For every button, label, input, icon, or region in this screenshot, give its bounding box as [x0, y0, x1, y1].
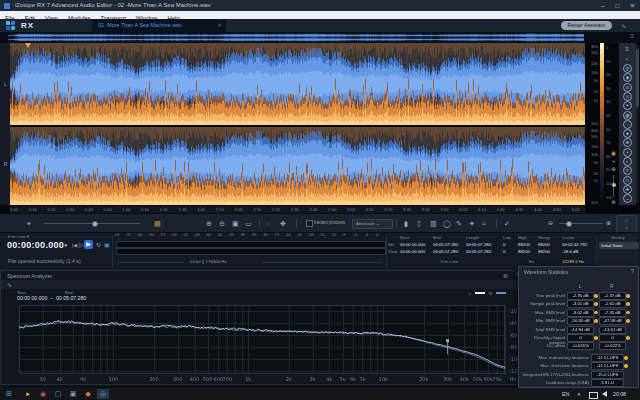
tray-expand-icon[interactable]: ∧	[577, 391, 581, 397]
module-icon[interactable]: ♪	[623, 120, 632, 129]
waveform-spectrogram-canvas[interactable]	[10, 43, 585, 205]
taskbar-app-icon[interactable]: ◎	[97, 389, 109, 399]
stats-row-label: Sample peak level	[519, 301, 565, 306]
repair-assistant-icon[interactable]: ∿	[621, 22, 626, 29]
taskbar-app-icon[interactable]: ◉	[37, 389, 49, 399]
vertical-scrollbar[interactable]	[636, 45, 639, 203]
warning-icon	[594, 302, 598, 306]
lasso-tool-icon[interactable]: ◯	[443, 219, 451, 228]
history-item[interactable]: Initial State	[599, 242, 639, 249]
close-button[interactable]: ✕	[625, 0, 640, 11]
monitor-headphones-icon[interactable]: ∩	[56, 241, 60, 249]
time-selection-tool-icon[interactable]: ▮	[404, 219, 408, 228]
overview-waveform-canvas[interactable]	[8, 33, 584, 42]
spectrogram-settings-icon[interactable]: ✦	[26, 219, 32, 228]
instant-process-checkbox[interactable]	[306, 220, 313, 227]
channel-label-left: L	[2, 81, 9, 87]
previous-button[interactable]: |◀	[72, 241, 77, 249]
playhead-marker[interactable]	[25, 43, 31, 48]
module-icon[interactable]: ◉	[623, 73, 632, 82]
play-selection-button[interactable]: ▷	[79, 241, 84, 249]
zoom-out-icon[interactable]: ⊖	[219, 219, 225, 228]
frequency-tick: 20k	[591, 144, 598, 149]
overview-menu-icon[interactable]: ≡	[630, 33, 634, 39]
frequency-selection-tool-icon[interactable]: ▥	[430, 219, 437, 228]
output-monitor-icon[interactable]: ▣	[104, 241, 110, 249]
hand-tool-icon[interactable]: ✥	[280, 219, 286, 228]
zoom-selection-icon[interactable]: ▣	[232, 219, 239, 228]
confirm-selection-icon[interactable]: ✓	[504, 219, 510, 228]
scrollbar-thumb[interactable]	[636, 49, 639, 107]
speaker-tray-icon[interactable]	[602, 391, 607, 397]
waveform-layers-icon[interactable]: ▤	[154, 219, 161, 228]
zoom-in-icon[interactable]: ⊕	[206, 219, 212, 228]
module-icon[interactable]: ▦	[623, 111, 632, 120]
horizontal-zoom-knob[interactable]	[566, 221, 572, 227]
brush-tool-icon[interactable]: ✎	[456, 219, 462, 228]
file-tab[interactable]: 02 -More Than A Sea Machine.wav ✕	[92, 19, 226, 33]
time-ruler-tick: 1:40	[197, 207, 205, 212]
selection-cell: 88200	[518, 242, 537, 247]
language-indicator[interactable]: EN	[562, 391, 569, 397]
taskbar-app-icon[interactable]: ▣	[67, 389, 79, 399]
tab-close-icon[interactable]: ✕	[217, 22, 222, 28]
magnify-tool-icon[interactable]: ◌	[266, 219, 270, 228]
zoom-reset-icon[interactable]: ⊗	[609, 199, 618, 205]
monitor-ear-icon[interactable]: ∩	[617, 216, 636, 224]
panel-collapse-control[interactable]: ∩ ‹	[616, 215, 637, 233]
module-icon[interactable]: ◒	[623, 194, 632, 203]
blend-slider-knob[interactable]	[92, 221, 98, 227]
stats-value-right: +0.022%	[599, 342, 626, 350]
meter-tick: -27	[274, 233, 280, 237]
repair-assistant-button[interactable]: Repair Assistant	[561, 21, 612, 30]
record-button[interactable]: ●	[64, 241, 68, 249]
maximize-button[interactable]: □	[610, 0, 625, 11]
time-format-selector[interactable]: h:m:s.ms ▾	[8, 234, 29, 239]
minimize-button[interactable]: –	[595, 0, 610, 11]
collapse-chevron-icon[interactable]: ‹	[617, 224, 636, 231]
spectrum-analyzer-window: Spectrum Analyzer ⊛ ? ⇲ ∿ Start End 00:0…	[0, 270, 540, 385]
zoom-fit-icon[interactable]: ▭	[245, 219, 252, 228]
module-icon[interactable]: ✦	[623, 101, 632, 110]
display-tray-icon[interactable]	[589, 392, 598, 399]
horizontal-zoom-in-icon[interactable]: ⊕	[606, 219, 611, 228]
module-icon[interactable]: ◍	[623, 64, 632, 73]
module-icon[interactable]: ❋	[623, 138, 632, 147]
time-frequency-selection-tool-icon[interactable]: ▯	[417, 219, 421, 228]
loop-button[interactable]: ↻	[96, 241, 101, 249]
taskbar-app-icon[interactable]: ◆	[82, 389, 94, 399]
vertical-zoom-plus-icon[interactable]: +	[609, 158, 618, 164]
vertical-zoom-in-icon[interactable]: ⊕	[609, 166, 618, 172]
harmonic-selection-tool-icon[interactable]: ≈	[482, 219, 486, 228]
module-icon[interactable]: ☀	[623, 148, 632, 157]
module-menu-icon[interactable]: ≡	[622, 45, 632, 53]
help-icon[interactable]: ?	[631, 268, 634, 274]
start-button[interactable]: ⊞	[3, 389, 15, 399]
module-icon[interactable]: ⊙	[623, 176, 632, 185]
stats-value-left: -2.95 dB	[567, 292, 594, 300]
stats-row-label: True peak level	[519, 293, 565, 298]
module-icon[interactable]: ✚	[623, 185, 632, 194]
time-ruler-tick: 2:30	[291, 207, 299, 212]
stats-value-left: -9.02 dB	[567, 309, 594, 317]
time-ruler-tick: 0:50	[104, 207, 112, 212]
legend-chip-right	[496, 292, 506, 294]
instant-process-mode-dropdown[interactable]: Attenuate ⌄	[352, 219, 393, 229]
magic-wand-tool-icon[interactable]: ✦	[469, 219, 475, 228]
vertical-zoom-slider-knob[interactable]	[612, 183, 616, 187]
frequency-tick: 2k	[594, 89, 598, 94]
spectrum-curve-icon[interactable]: ∿	[7, 281, 12, 288]
gear-icon[interactable]: ⊛	[503, 272, 508, 279]
taskbar-app-icon[interactable]: ▸	[22, 389, 34, 399]
module-icon[interactable]: ⊘	[623, 83, 632, 92]
module-icon[interactable]: ◐	[623, 157, 632, 166]
history-panel: History Initial State	[598, 235, 638, 268]
module-collapse-icon[interactable]: ⌄	[622, 54, 632, 62]
horizontal-zoom-out-icon[interactable]: ⊖	[548, 219, 553, 228]
play-button[interactable]: ▶	[84, 240, 93, 249]
module-icon[interactable]: ◎	[623, 92, 632, 101]
taskbar-app-icon[interactable]: ▢	[52, 389, 64, 399]
bell-icon[interactable]: ◉	[609, 150, 618, 156]
module-icon[interactable]: ◈	[623, 129, 632, 138]
module-icon[interactable]: ⟳	[623, 166, 632, 175]
